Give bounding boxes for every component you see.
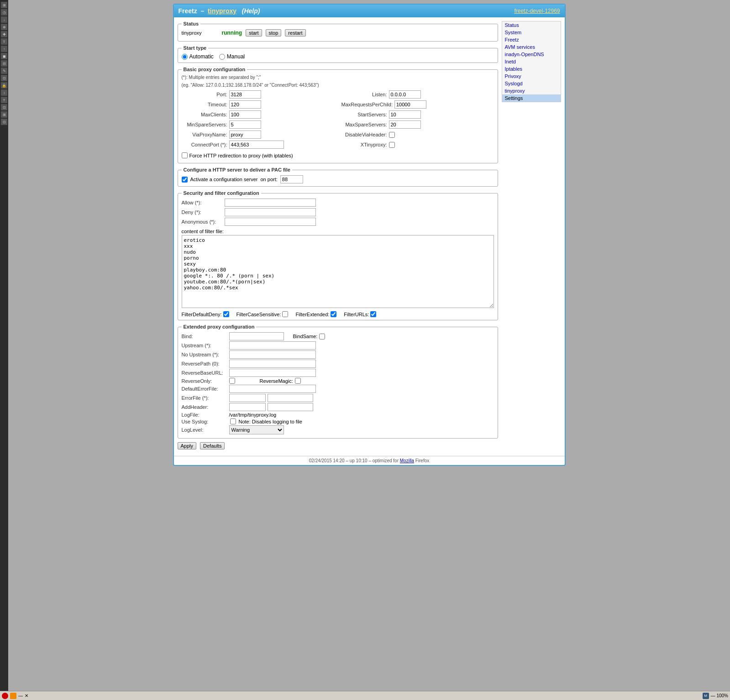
taskbar-icon-11: ⊡ [1,75,7,81]
error-file-input1[interactable] [229,394,266,402]
filter-default-deny-checkbox[interactable] [223,311,229,317]
reverse-base-url-input[interactable] [229,369,316,377]
add-header-input2[interactable] [268,403,313,411]
no-upstream-row: No Upstream (*): [182,350,494,359]
taskbar-icon-17: ⊡ [1,119,7,125]
sidebar-nav: Status System Freetz AVM services inadyn… [502,21,561,102]
pac-row: Activate a configuration server on port: [182,175,494,183]
listen-row: Listen: [341,90,494,99]
sidebar-item-iptables[interactable]: Iptables [502,65,561,73]
restart-button[interactable]: restart [285,29,305,37]
status-legend: Status [182,21,201,26]
connect-port-label: ConnectPort (*): [182,142,227,147]
title-link[interactable]: tinyproxy [208,7,236,15]
min-spare-input[interactable] [229,120,261,129]
force-http-checkbox[interactable] [182,152,188,158]
upstream-input[interactable] [229,341,316,350]
upstream-label: Upstream (*): [182,343,227,348]
manual-radio[interactable] [219,54,225,60]
filter-urls-checkbox[interactable] [370,311,376,317]
connect-port-input[interactable] [229,141,284,149]
pac-section: Configure a HTTP server to deliver a PAC… [178,167,498,187]
status-row: tinyproxy running start stop restart [182,29,494,37]
stop-button[interactable]: stop [266,29,282,37]
add-header-input1[interactable] [229,403,266,411]
start-button[interactable]: start [246,29,262,37]
sidebar-item-settings[interactable]: Settings [502,94,561,102]
filter-default-deny-label: FilterDefaultDeny: [182,312,222,317]
reverse-only-checkbox[interactable] [229,378,235,384]
via-proxy-label: ViaProxyName: [182,132,227,137]
status-section: Status tinyproxy running start stop rest… [178,21,498,42]
anonymous-row: Anonymous (*): [182,218,494,226]
service-name: tinyproxy [182,30,218,36]
manual-radio-label[interactable]: Manual [219,53,245,60]
pac-activate-checkbox[interactable] [182,177,188,183]
security-legend: Security and filter configuration [182,190,261,196]
basic-proxy-legend: Basic proxy configuration [182,67,247,72]
anonymous-input[interactable] [225,218,316,226]
tb-x: ✕ [25,693,28,698]
note2: (eg. "Allow: 127.0.0.1;192.168.178.0/24"… [182,83,494,88]
defaults-button[interactable]: Defaults [200,442,225,449]
reverse-path-input[interactable] [229,360,316,368]
error-file-label: ErrorFile (*): [182,395,227,401]
taskbar-icon-16: ⊞ [1,111,7,118]
taskbar-icon-3: ↓ [1,16,7,23]
sidebar-item-system[interactable]: System [502,29,561,36]
sidebar-item-avm[interactable]: AVM services [502,43,561,51]
sidebar-item-freetz[interactable]: Freetz [502,36,561,43]
sidebar-item-syslogd[interactable]: Syslogd [502,80,561,87]
bind-same-checkbox[interactable] [319,334,325,340]
automatic-radio[interactable] [182,54,188,60]
max-clients-input[interactable] [229,110,261,119]
log-level-row: LogLevel: Connect Info Notice Warning Er… [182,425,494,434]
timeout-label: Timeout: [182,102,227,107]
allow-input[interactable] [225,199,316,207]
sidebar-item-tinyproxy[interactable]: tinyproxy [502,87,561,94]
port-input[interactable] [229,90,261,99]
no-upstream-input[interactable] [229,350,316,359]
bind-same-label: BindSame: [293,334,318,339]
timeout-input[interactable] [229,100,261,109]
filter-extended-checkbox[interactable] [331,311,336,317]
xtinyproxy-checkbox[interactable] [389,142,395,148]
reverse-path-row: ReversePath (0): [182,360,494,368]
filter-textarea[interactable]: erotico xxx nudo porno sexy playboy.com:… [182,235,494,308]
port-row: Port: [182,90,334,99]
default-error-file-input[interactable] [229,385,316,393]
sidebar-item-inadyn[interactable]: inadyn-OpenDNS [502,51,561,58]
bind-row: Bind: BindSame: [182,332,494,340]
max-requests-input[interactable] [394,100,426,109]
via-proxy-input[interactable] [229,131,261,139]
taskbar-bottom-left: — ✕ [2,693,28,699]
disable-via-checkbox[interactable] [389,132,395,138]
sidebar-item-inetd[interactable]: Inetd [502,58,561,65]
pac-on-port-label: on port: [260,177,277,182]
freetz-link[interactable]: freetz-devel-12969 [514,8,560,14]
deny-input[interactable] [225,208,316,216]
automatic-radio-label[interactable]: Automatic [182,53,214,60]
automatic-label: Automatic [189,53,214,60]
footer-link[interactable]: Mozilla [400,458,414,463]
log-file-label: LogFile: [182,412,227,418]
reverse-magic-checkbox[interactable] [295,378,301,384]
log-level-select[interactable]: Connect Info Notice Warning Error Critic… [229,425,284,434]
sidebar-item-status[interactable]: Status [502,21,561,29]
sidebar-item-privoxy[interactable]: Privoxy [502,73,561,80]
max-spare-input[interactable] [389,120,421,129]
pac-port-input[interactable] [280,175,303,183]
bind-input[interactable] [229,332,284,340]
filter-options: FilterDefaultDeny: FilterCaseSensitive: … [182,311,494,317]
start-servers-input[interactable] [389,110,421,119]
use-syslog-checkbox[interactable] [230,418,236,424]
browser-window: Freetz – tinyproxy (Help) freetz-devel-1… [173,4,566,466]
apply-button[interactable]: Apply [178,442,197,449]
taskbar-left: ⊞ ◷ ↓ ⊕ ✚ T ↑ ◼ ⊟ ✎ ⊡ 🔒 ↕ T ⊡ ⊞ ⊡ [0,0,8,700]
allow-row: Allow (*): [182,199,494,207]
filter-content-section: content of filter file: erotico xxx nudo… [182,229,494,309]
filter-case-sensitive-checkbox[interactable] [282,311,288,317]
error-file-input2[interactable] [268,394,313,402]
listen-input[interactable] [389,90,421,99]
start-type-group: Automatic Manual [182,53,494,60]
